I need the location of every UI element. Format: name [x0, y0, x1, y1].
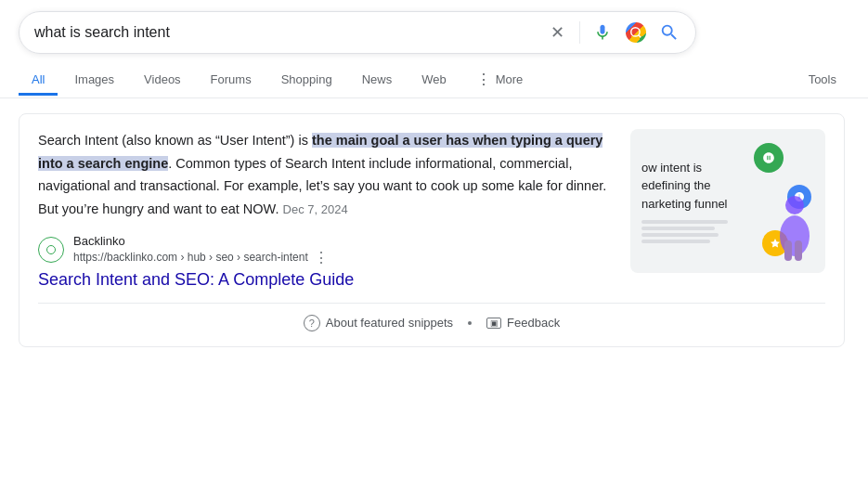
search-submit-icon [659, 22, 680, 43]
tab-videos[interactable]: Videos [131, 63, 194, 96]
snippet-footer: ? About featured snippets ▣ Feedback [38, 303, 825, 331]
feedback-label: Feedback [507, 316, 560, 330]
snippet-text-before: Search Intent (also known as “User Inten… [38, 133, 312, 148]
snippet-text-area: Search Intent (also known as “User Inten… [38, 129, 612, 290]
illus-person [770, 194, 821, 268]
snippet-image-area: ow intent is edefining the narketing fun… [630, 129, 825, 273]
source-logo [38, 237, 64, 263]
snippet-image-card: ow intent is edefining the narketing fun… [630, 129, 825, 273]
svg-line-1 [639, 35, 641, 38]
tab-web[interactable]: Web [408, 63, 460, 96]
info-icon: ? [304, 315, 320, 331]
source-logo-inner [46, 245, 56, 254]
snippet-link[interactable]: Search Intent and SEO: A Complete Guide [38, 270, 612, 290]
tab-shopping[interactable]: Shopping [268, 63, 345, 96]
snippet-text: Search Intent (also known as “User Inten… [38, 129, 612, 221]
search-bar-area: what is search intent ✕ [0, 0, 868, 61]
search-submit-button[interactable] [658, 21, 680, 44]
source-menu-button[interactable]: ⋮ [314, 249, 329, 266]
tab-images[interactable]: Images [61, 63, 127, 96]
tab-more[interactable]: ⋮ More [463, 61, 537, 97]
source-name: Backlinko [73, 234, 329, 248]
image-text-line2: edefining the [641, 178, 710, 192]
clear-icon: ✕ [551, 22, 564, 43]
footer-separator [468, 321, 472, 325]
image-text-content: ow intent is edefining the narketing fun… [641, 159, 728, 244]
more-dots-icon: ⋮ [476, 71, 492, 88]
lens-search-button[interactable] [625, 21, 647, 44]
about-snippets-label: About featured snippets [326, 316, 453, 330]
source-url: https://backlinko.com › hub › seo › sear… [73, 251, 308, 264]
search-input[interactable]: what is search intent [34, 24, 546, 41]
snippet-body: Search Intent (also known as “User Inten… [38, 129, 825, 290]
source-info: Backlinko https://backlinko.com › hub › … [73, 234, 329, 266]
feedback-icon: ▣ [486, 318, 501, 329]
featured-snippet: Search Intent (also known as “User Inten… [19, 113, 845, 347]
svg-point-2 [785, 196, 804, 214]
svg-rect-5 [795, 240, 802, 261]
about-snippets-button[interactable]: ? About featured snippets [304, 315, 453, 331]
tab-all[interactable]: All [19, 63, 58, 96]
svg-point-0 [631, 28, 640, 36]
svg-rect-4 [784, 240, 792, 261]
voice-search-button[interactable] [591, 21, 614, 44]
image-text-line1: ow intent is [641, 161, 702, 175]
tab-forums[interactable]: Forums [198, 63, 265, 96]
source-row: Backlinko https://backlinko.com › hub › … [38, 234, 612, 266]
illus-circle-green [754, 143, 784, 173]
search-icons: ✕ [546, 21, 680, 44]
snippet-date: Dec 7, 2024 [283, 202, 348, 216]
search-box: what is search intent ✕ [19, 11, 696, 54]
clear-button[interactable]: ✕ [546, 21, 568, 44]
source-url-row: https://backlinko.com › hub › seo › sear… [73, 249, 329, 266]
mic-icon [593, 23, 612, 42]
lens-icon [626, 22, 646, 43]
image-text-line3: narketing funnel [641, 197, 728, 211]
tools-button[interactable]: Tools [796, 63, 849, 96]
feedback-button[interactable]: ▣ Feedback [486, 316, 560, 330]
main-content: Search Intent (also known as “User Inten… [0, 98, 868, 347]
nav-tabs: All Images Videos Forums Shopping News W… [0, 61, 868, 98]
tab-news[interactable]: News [349, 63, 406, 96]
